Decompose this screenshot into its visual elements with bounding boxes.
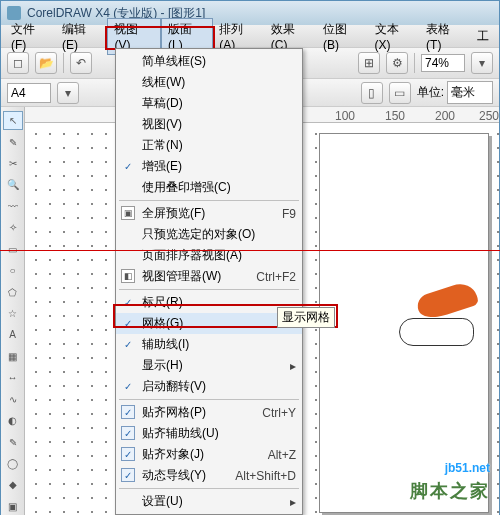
dropdown-separator <box>119 200 299 201</box>
checkbox-icon: ✓ <box>121 405 135 419</box>
menu-item-label: 启动翻转(V) <box>142 378 206 395</box>
menu-item-label: 辅助线(I) <box>142 336 189 353</box>
open-button[interactable]: 📂 <box>35 52 57 74</box>
watermark-brand: 脚本之家 <box>410 479 490 503</box>
mgr-icon: ◧ <box>121 269 135 283</box>
menu-edit[interactable]: 编辑(E) <box>56 19 108 54</box>
checkbox-icon: ✓ <box>121 426 135 440</box>
tool-table[interactable]: ▦ <box>3 347 23 366</box>
shortcut-label: F9 <box>282 207 296 221</box>
undo-button[interactable]: ↶ <box>70 52 92 74</box>
menu-item-启动翻转[interactable]: ✓启动翻转(V) <box>116 376 302 397</box>
menu-bitmaps[interactable]: 位图(B) <box>317 19 369 54</box>
tool-polygon[interactable]: ⬠ <box>3 282 23 301</box>
new-button[interactable]: ◻ <box>7 52 29 74</box>
ruler-tick: 100 <box>335 109 355 123</box>
ruler-tick: 250 <box>479 109 499 123</box>
menu-tools[interactable]: 工 <box>471 26 495 47</box>
menu-item-简单线框[interactable]: 简单线框(S) <box>116 51 302 72</box>
toolbar-separator <box>63 53 64 73</box>
menu-item-辅助线[interactable]: ✓辅助线(I) <box>116 334 302 355</box>
menu-item-label: 线框(W) <box>142 74 185 91</box>
menu-item-使用叠印增强[interactable]: 使用叠印增强(C) <box>116 177 302 198</box>
tool-outline[interactable]: ◯ <box>3 454 23 473</box>
menu-item-设置[interactable]: 设置(U)▸ <box>116 491 302 512</box>
menu-item-label: 视图(V) <box>142 116 182 133</box>
tool-smart[interactable]: ✧ <box>3 218 23 237</box>
annotation-highlight-menu <box>105 26 215 50</box>
unit-value[interactable]: 毫米 <box>447 81 493 104</box>
menu-item-增强[interactable]: ✓增强(E) <box>116 156 302 177</box>
tool-eyedropper[interactable]: ✎ <box>3 432 23 451</box>
tool-connector[interactable]: ∿ <box>3 389 23 408</box>
shortcut-label: Alt+Shift+D <box>235 469 296 483</box>
menu-item-贴齐网格[interactable]: ✓贴齐网格(P)Ctrl+Y <box>116 402 302 423</box>
menu-item-只预览选定的对象[interactable]: 只预览选定的对象(O) <box>116 224 302 245</box>
menu-file[interactable]: 文件(F) <box>5 19 56 54</box>
menu-item-显示[interactable]: 显示(H)▸ <box>116 355 302 376</box>
tool-zoom[interactable]: 🔍 <box>3 175 23 194</box>
tool-fill[interactable]: ◆ <box>3 475 23 494</box>
shortcut-label: Alt+Z <box>268 448 296 462</box>
unit-selector: 单位: 毫米 <box>417 81 493 104</box>
submenu-arrow-icon: ▸ <box>290 359 296 373</box>
toolbox: ↖ ✎ ✂ 🔍 〰 ✧ ▭ ○ ⬠ ☆ A ▦ ↔ ∿ ◐ ✎ ◯ ◆ ▣ <box>1 107 25 515</box>
tool-text[interactable]: A <box>3 325 23 344</box>
menubar: 文件(F) 编辑(E) 视图(V) 版面(L) 排列(A) 效果(C) 位图(B… <box>1 25 499 47</box>
ruler-tick: 150 <box>385 109 405 123</box>
paper-dropdown-button[interactable]: ▾ <box>57 82 79 104</box>
tool-effects[interactable]: ◐ <box>3 411 23 430</box>
tool-crop[interactable]: ✂ <box>3 154 23 173</box>
menu-item-label: 草稿(D) <box>142 95 183 112</box>
checkbox-icon: ✓ <box>121 468 135 482</box>
dropdown-separator <box>119 488 299 489</box>
tool-shape[interactable]: ✎ <box>3 132 23 151</box>
check-icon: ✓ <box>121 379 135 393</box>
menu-item-贴齐对象[interactable]: ✓贴齐对象(J)Alt+Z <box>116 444 302 465</box>
menu-item-线框[interactable]: 线框(W) <box>116 72 302 93</box>
menu-item-动态导线[interactable]: ✓动态导线(Y)Alt+Shift+D <box>116 465 302 486</box>
menu-item-label: 全屏预览(F) <box>142 205 205 222</box>
tool-freehand[interactable]: 〰 <box>3 197 23 216</box>
tool-dimension[interactable]: ↔ <box>3 368 23 387</box>
menu-table[interactable]: 表格(T) <box>420 19 471 54</box>
menu-item-label: 正常(N) <box>142 137 183 154</box>
menu-item-页面排序器视图[interactable]: 页面排序器视图(A) <box>116 245 302 266</box>
menu-item-视图[interactable]: 视图(V) <box>116 114 302 135</box>
menu-item-贴齐辅助线[interactable]: ✓贴齐辅助线(U) <box>116 423 302 444</box>
tool-pick[interactable]: ↖ <box>3 111 23 130</box>
options-button[interactable]: ⚙ <box>386 52 408 74</box>
menu-item-label: 显示(H) <box>142 357 183 374</box>
dropdown-separator <box>119 399 299 400</box>
menu-item-label: 只预览选定的对象(O) <box>142 226 255 243</box>
checkbox-icon: ✓ <box>121 447 135 461</box>
menu-item-label: 贴齐对象(J) <box>142 446 204 463</box>
menu-item-label: 贴齐辅助线(U) <box>142 425 219 442</box>
paper-size-input[interactable]: A4 <box>7 83 51 103</box>
guideline-horizontal[interactable] <box>0 250 500 251</box>
portrait-button[interactable]: ▯ <box>361 82 383 104</box>
toolbar-separator <box>414 53 415 73</box>
snap-button[interactable]: ⊞ <box>358 52 380 74</box>
screen-icon: ▣ <box>121 206 135 220</box>
shortcut-label: Ctrl+F2 <box>256 270 296 284</box>
check-icon: ✓ <box>121 159 135 173</box>
menu-item-全屏预览[interactable]: ▣全屏预览(F)F9 <box>116 203 302 224</box>
ruler-tick: 200 <box>435 109 455 123</box>
menu-text[interactable]: 文本(X) <box>369 19 421 54</box>
menu-item-label: 视图管理器(W) <box>142 268 221 285</box>
tool-ellipse[interactable]: ○ <box>3 261 23 280</box>
menu-item-视图管理器[interactable]: ◧视图管理器(W)Ctrl+F2 <box>116 266 302 287</box>
landscape-button[interactable]: ▭ <box>389 82 411 104</box>
zoom-input[interactable]: 74% <box>421 54 465 72</box>
zoom-dropdown-button[interactable]: ▾ <box>471 52 493 74</box>
menu-item-label: 贴齐网格(P) <box>142 404 206 421</box>
check-icon: ✓ <box>121 337 135 351</box>
drawing-mouse-object[interactable] <box>399 288 484 348</box>
tool-interactive-fill[interactable]: ▣ <box>3 497 23 515</box>
menu-item-label: 使用叠印增强(C) <box>142 179 231 196</box>
tool-shapes[interactable]: ☆ <box>3 304 23 323</box>
menu-item-正常[interactable]: 正常(N) <box>116 135 302 156</box>
menu-item-草稿[interactable]: 草稿(D) <box>116 93 302 114</box>
unit-label: 单位: <box>417 84 444 101</box>
